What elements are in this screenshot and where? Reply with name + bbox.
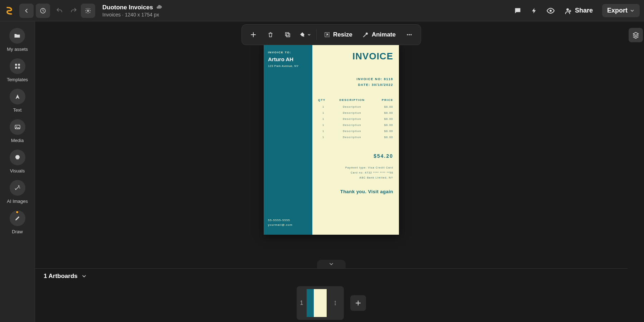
invoice-email: yourmail@.com bbox=[268, 223, 308, 228]
artboards-count[interactable]: 1 Artboards bbox=[44, 273, 78, 280]
invoice-total: $54.20 bbox=[318, 153, 393, 159]
visuals-icon bbox=[14, 154, 21, 161]
app-logo[interactable] bbox=[4, 6, 14, 16]
add-button[interactable] bbox=[245, 27, 261, 43]
invoice-address: 123 Park Avenue, NY bbox=[268, 64, 308, 68]
svg-point-13 bbox=[366, 33, 368, 35]
chevron-down-icon[interactable] bbox=[81, 273, 87, 279]
folder-icon bbox=[14, 32, 21, 39]
sidebar-item-assets[interactable]: My assets bbox=[7, 28, 28, 52]
invoice-row: 1Description$8.00 bbox=[318, 110, 393, 116]
invoice-to-label: INVOICE TO: bbox=[268, 51, 308, 54]
invoice-row: 1Description$8.00 bbox=[318, 122, 393, 128]
sidebar-item-text[interactable]: Text bbox=[10, 89, 25, 113]
document-title-block: Duotone Invoices Invoices · 1240 x 1754 … bbox=[102, 4, 162, 18]
invoice-row: 1Description$8.00 bbox=[318, 104, 393, 110]
panel-toggle[interactable] bbox=[317, 260, 346, 268]
left-sidebar: My assets Templates Text Media Visuals A… bbox=[0, 21, 35, 322]
col-desc: DESCRIPTION bbox=[329, 98, 375, 102]
grid-icon bbox=[14, 63, 21, 69]
artboard-thumbnail[interactable]: 1 bbox=[297, 286, 344, 320]
svg-rect-7 bbox=[18, 67, 20, 69]
invoice-row: 1Description$8.00 bbox=[318, 134, 393, 140]
sidebar-item-media[interactable]: Media bbox=[10, 119, 25, 143]
svg-point-15 bbox=[409, 34, 410, 35]
invoice-bank: ABC Bank Limited, NY bbox=[318, 175, 393, 180]
chevron-down-icon bbox=[328, 261, 334, 267]
artboards-panel: 1 Artboards 1 bbox=[35, 268, 628, 322]
redo-button[interactable] bbox=[67, 4, 81, 18]
invoice-body: INVOICE INVOICE NO: 8118 DATE: 30/10/202… bbox=[312, 44, 399, 235]
thumbnail-preview bbox=[307, 289, 327, 317]
notification-dot bbox=[15, 210, 19, 214]
pencil-icon bbox=[14, 215, 21, 221]
resize-label: Resize bbox=[333, 31, 352, 38]
svg-point-17 bbox=[335, 301, 336, 302]
duplicate-button[interactable] bbox=[280, 27, 296, 43]
animate-button[interactable]: Animate bbox=[358, 27, 400, 43]
sidebar-label-visuals: Visuals bbox=[10, 168, 25, 174]
sidebar-label-draw: Draw bbox=[12, 229, 23, 234]
sidebar-item-ai-images[interactable]: AI Images bbox=[7, 180, 28, 204]
context-toolbar: Resize Animate bbox=[241, 24, 421, 45]
canvas-area[interactable]: Resize Animate INVOICE TO: Arturo AH 123… bbox=[35, 21, 628, 322]
svg-point-9 bbox=[16, 126, 17, 127]
invoice-card-no: Card no: 4732 **** **** **58 bbox=[318, 170, 393, 175]
history-button[interactable] bbox=[36, 4, 50, 18]
export-label: Export bbox=[607, 7, 628, 14]
sidebar-item-draw[interactable]: Draw bbox=[10, 210, 25, 234]
sidebar-label-templates: Templates bbox=[7, 77, 28, 82]
fill-button[interactable] bbox=[297, 27, 313, 43]
invoice-thanks: Thank you. Visit again bbox=[318, 189, 393, 194]
resize-button[interactable]: Resize bbox=[319, 27, 357, 43]
svg-point-18 bbox=[335, 302, 336, 303]
right-rail bbox=[628, 21, 644, 322]
svg-rect-4 bbox=[15, 64, 17, 65]
magic-icon bbox=[14, 185, 21, 191]
settings-button[interactable] bbox=[81, 4, 95, 18]
share-button[interactable]: Share bbox=[560, 4, 598, 17]
bolt-button[interactable] bbox=[527, 4, 541, 18]
svg-point-1 bbox=[87, 10, 89, 11]
artboard-invoice[interactable]: INVOICE TO: Arturo AH 123 Park Avenue, N… bbox=[264, 44, 399, 235]
invoice-title: INVOICE bbox=[318, 51, 393, 62]
share-icon bbox=[565, 7, 572, 14]
add-artboard-button[interactable] bbox=[350, 295, 366, 311]
thumbnail-menu-button[interactable] bbox=[330, 298, 340, 308]
sidebar-item-templates[interactable]: Templates bbox=[7, 58, 28, 82]
cloud-sync-icon bbox=[156, 4, 162, 11]
sidebar-label-media: Media bbox=[11, 138, 24, 143]
more-button[interactable] bbox=[401, 27, 417, 43]
svg-rect-5 bbox=[18, 64, 20, 65]
document-title[interactable]: Duotone Invoices bbox=[102, 4, 153, 11]
invoice-payment-type: Payment type: Visa Credit Card bbox=[318, 165, 393, 170]
invoice-phone: 55-5555-5555 bbox=[268, 218, 308, 223]
svg-point-19 bbox=[335, 304, 336, 305]
export-button[interactable]: Export bbox=[602, 4, 640, 17]
paint-bucket-icon bbox=[299, 31, 306, 38]
invoice-date: DATE: 30/10/2022 bbox=[318, 82, 393, 88]
comments-button[interactable] bbox=[511, 4, 525, 18]
svg-point-3 bbox=[566, 8, 569, 11]
chevron-down-icon bbox=[630, 8, 635, 13]
sidebar-label-ai-images: AI Images bbox=[7, 199, 28, 204]
sidebar-item-visuals[interactable]: Visuals bbox=[10, 150, 25, 174]
col-price: PRICE bbox=[375, 98, 393, 102]
invoice-line-items: QTY DESCRIPTION PRICE 1Description$8.001… bbox=[318, 98, 393, 140]
top-bar: Duotone Invoices Invoices · 1240 x 1754 … bbox=[0, 0, 644, 21]
animate-label: Animate bbox=[372, 31, 396, 38]
document-subtitle: Invoices · 1240 x 1754 px bbox=[102, 12, 162, 18]
undo-button[interactable] bbox=[52, 4, 67, 18]
svg-rect-11 bbox=[286, 33, 289, 36]
plus-icon bbox=[355, 300, 361, 306]
chevron-down-icon bbox=[307, 33, 311, 37]
svg-point-16 bbox=[410, 34, 411, 35]
preview-button[interactable] bbox=[543, 4, 558, 18]
delete-button[interactable] bbox=[263, 27, 278, 43]
invoice-number: INVOICE NO: 8118 bbox=[318, 76, 393, 82]
layers-button[interactable] bbox=[629, 28, 643, 42]
svg-rect-6 bbox=[15, 67, 17, 69]
svg-point-14 bbox=[407, 34, 408, 35]
sidebar-label-assets: My assets bbox=[7, 47, 28, 52]
back-button[interactable] bbox=[19, 4, 34, 18]
